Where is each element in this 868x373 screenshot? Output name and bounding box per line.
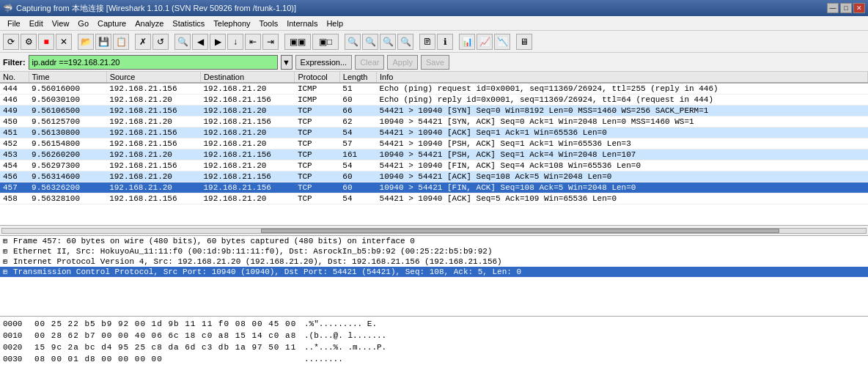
hex-row: 002015 9c 2a bc d4 95 25 c8 da 6d c3 db … [3,341,865,353]
hex-ascii: ........ [304,353,343,365]
hex-row: 001000 28 62 b7 00 00 40 06 6c 18 c0 a8 … [3,330,865,341]
save-button[interactable]: Save [421,55,449,70]
tb-reload[interactable]: ↺ [152,34,169,50]
tb-stop[interactable]: ■ [38,34,54,50]
expand-icon: ⊞ [3,247,10,256]
menu-item-edit[interactable]: Edit [25,18,48,29]
menubar: FileEditViewGoCaptureAnalyzeStatisticsTe… [0,16,868,31]
tb-prev[interactable]: ◀ [192,34,208,50]
table-row[interactable]: 4519.56130800192.168.21.156192.168.21.20… [0,128,868,139]
expand-icon: ⊞ [3,237,10,245]
horizontal-scrollbar[interactable] [0,226,868,236]
table-row[interactable]: 4549.56297300192.168.21.156192.168.21.20… [0,160,868,171]
menu-item-statistics[interactable]: Statistics [168,18,209,29]
col-header-info[interactable]: Info [377,72,868,83]
tb-zoom-i[interactable]: 🔍 [362,34,378,50]
tb-close-file[interactable]: ✗ [135,34,151,50]
hex-ascii: ..*...%. .m....P. [304,341,386,353]
col-header-source[interactable]: Source [106,72,200,83]
tb-resolve[interactable]: 📊 [459,34,475,50]
menu-item-help[interactable]: Help [322,18,347,29]
toolbar: ⟳ ⚙ ■ ✕ 📂 💾 📋 ✗ ↺ 🔍 ◀ ▶ ↓ ⇤ ⇥ ▣▣ ▣□ 🔍 🔍 … [0,31,868,53]
menu-item-view[interactable]: View [48,18,74,29]
tb-resolve2[interactable]: 📈 [477,34,493,50]
packet-table: No. Time Source Destination Protocol Len… [0,72,868,204]
title-text: Capturing from 本地连接 [Wireshark 1.10.1 (S… [16,3,827,14]
expand-icon: ⊞ [3,267,10,276]
hex-ascii: .%"......... E. [304,318,377,330]
menu-item-telephony[interactable]: Telephony [209,18,254,29]
tb-fire[interactable]: 🖥 [516,34,532,50]
hex-rows: 000000 25 22 b5 b9 92 00 1d 9b 11 11 f0 … [3,318,865,365]
maximize-button[interactable]: □ [840,3,852,13]
expression-button[interactable]: Expression... [295,55,353,70]
col-header-time[interactable]: Time [29,72,106,83]
tb-go[interactable]: ↓ [227,34,243,50]
clear-button[interactable]: Clear [355,55,384,70]
app-icon: 🦈 [3,4,13,13]
hex-pane[interactable]: 000000 25 22 b5 b9 92 00 1d 9b 11 11 f0 … [0,317,868,373]
packet-list[interactable]: No. Time Source Destination Protocol Len… [0,72,868,226]
menu-item-go[interactable]: Go [73,18,93,29]
table-row[interactable]: 4589.56328100192.168.21.156192.168.21.20… [0,193,868,204]
filter-dropdown[interactable]: ▼ [281,55,293,70]
col-header-protocol[interactable]: Protocol [295,72,339,83]
table-row[interactable]: 4579.56326200192.168.21.20192.168.21.156… [0,182,868,193]
tb-close[interactable]: ✕ [56,34,72,50]
tb-zoom-r[interactable]: 🔍 [397,34,413,50]
scroll-track[interactable] [1,228,867,234]
menu-item-file[interactable]: File [3,18,25,29]
menu-item-analyze[interactable]: Analyze [130,18,168,29]
col-header-destination[interactable]: Destination [201,72,295,83]
column-headers: No. Time Source Destination Protocol Len… [0,72,868,83]
tb-save[interactable]: 💾 [95,34,111,50]
detail-text: Transmission Control Protocol, Src Port:… [13,267,521,276]
tb-prefs[interactable]: 🖹 [419,34,435,50]
table-row[interactable]: 4449.56016000192.168.21.156192.168.21.20… [0,83,868,95]
tb-last[interactable]: ⇥ [262,34,279,50]
tb-color[interactable]: 🔍 [345,34,361,50]
detail-row[interactable]: ⊞Internet Protocol Version 4, Src: 192.1… [0,256,868,267]
table-row[interactable]: 4569.56314600192.168.21.20192.168.21.156… [0,171,868,182]
tb-zoom-normal[interactable]: ▣▣ [284,34,311,50]
scroll-thumb[interactable] [261,229,779,233]
titlebar: 🦈 Capturing from 本地连接 [Wireshark 1.10.1 … [0,0,868,16]
tb-open[interactable]: 📂 [78,34,94,50]
filterbar: Filter: ▼ Expression... Clear Apply Save [0,53,868,72]
close-button[interactable]: ✕ [853,3,865,13]
table-row[interactable]: 4499.56106500192.168.21.156192.168.21.20… [0,106,868,117]
hex-offset: 0010 [3,330,29,341]
tb-next[interactable]: ▶ [210,34,226,50]
detail-row[interactable]: ⊞Transmission Control Protocol, Src Port… [0,267,868,277]
apply-button[interactable]: Apply [387,55,418,70]
menu-item-internals[interactable]: Internals [282,18,322,29]
table-row[interactable]: 4469.56030100192.168.21.20192.168.21.156… [0,95,868,106]
tb-capture-options[interactable]: ⚙ [21,34,37,50]
detail-row[interactable]: ⊞Ethernet II, Src: HokuyoAu_11:11:f0 (00… [0,246,868,256]
detail-text: Internet Protocol Version 4, Src: 192.16… [13,257,502,266]
tb-zoom-in[interactable]: ▣□ [312,34,339,50]
detail-row[interactable]: ⊞Frame 457: 60 bytes on wire (480 bits),… [0,236,868,246]
detail-rows: ⊞Frame 457: 60 bytes on wire (480 bits),… [0,236,868,277]
tb-info[interactable]: ℹ [437,34,453,50]
tb-save-as[interactable]: 📋 [113,34,129,50]
hex-offset: 0030 [3,353,29,365]
table-row[interactable]: 4529.56154800192.168.21.156192.168.21.20… [0,139,868,149]
col-header-length[interactable]: Length [339,72,376,83]
tb-find[interactable]: 🔍 [174,34,191,50]
tb-netflow[interactable]: 📉 [494,34,510,50]
tb-zoom-o[interactable]: 🔍 [380,34,396,50]
minimize-button[interactable]: — [827,3,839,13]
hex-bytes: 00 28 62 b7 00 00 40 06 6c 18 c0 a8 15 1… [34,330,298,341]
menu-item-tools[interactable]: Tools [255,18,283,29]
hex-bytes: 15 9c 2a bc d4 95 25 c8 da 6d c3 db 1a 9… [34,341,298,353]
filter-input[interactable] [29,55,278,70]
tb-restart[interactable]: ⟳ [3,34,19,50]
col-header-no[interactable]: No. [0,72,29,83]
detail-pane[interactable]: ⊞Frame 457: 60 bytes on wire (480 bits),… [0,236,868,317]
table-row[interactable]: 4509.56125700192.168.21.20192.168.21.156… [0,117,868,128]
table-row[interactable]: 4539.56260200192.168.21.20192.168.21.156… [0,149,868,160]
menu-item-capture[interactable]: Capture [93,18,130,29]
filter-label: Filter: [3,58,26,67]
tb-first[interactable]: ⇤ [245,34,261,50]
